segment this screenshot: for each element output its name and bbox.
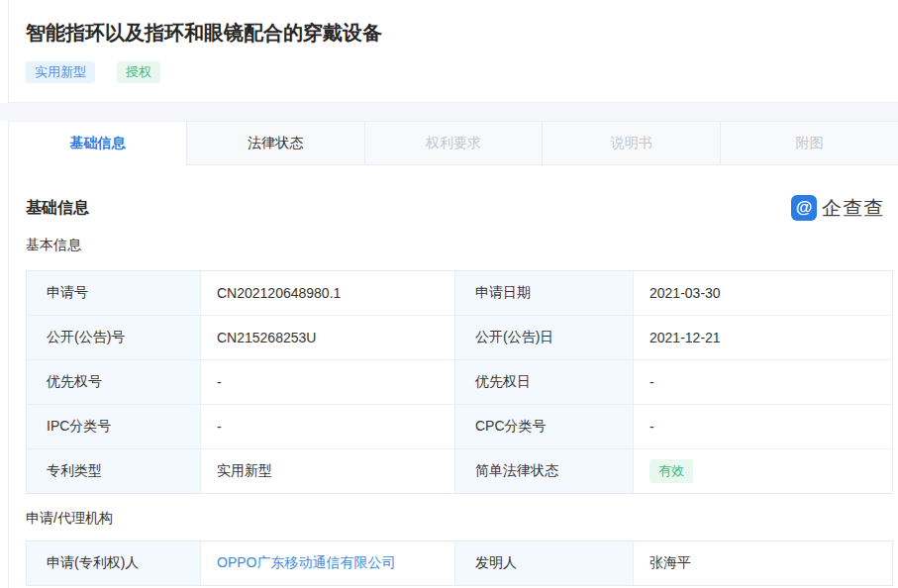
field-label: 公开(公告)日 — [455, 316, 634, 359]
field-label: IPC分类号 — [27, 405, 201, 448]
patent-detail-page: 智能指环以及指环和眼镜配合的穿戴设备 实用新型授权 基础信息法律状态权利要求说明… — [0, 0, 898, 588]
tag-row: 实用新型授权 — [26, 61, 898, 83]
page-title: 智能指环以及指环和眼镜配合的穿戴设备 — [26, 20, 898, 46]
basic-info-panel: 基础信息 @ 企查查 基本信息 申请号CN202120648980.1申请日期2… — [9, 165, 898, 586]
field-label: 申请(专利权)人 — [27, 541, 201, 585]
table-row: IPC分类号-CPC分类号- — [27, 405, 892, 449]
table-row: 公开(公告)号CN215268253U公开(公告)日2021-12-21 — [27, 316, 892, 360]
table-row: 优先权号-优先权日- — [27, 360, 892, 405]
field-value: 实用新型 — [201, 449, 455, 493]
table-row: 申请号CN202120648980.1申请日期2021-03-30 — [27, 271, 892, 316]
field-label: 简单法律状态 — [455, 449, 634, 493]
field-label: 申请日期 — [455, 271, 634, 315]
qichacha-logo-icon: @ — [791, 195, 817, 221]
applicant-heading: 申请/代理机构 — [26, 510, 884, 526]
field-value: 2021-12-21 — [634, 316, 894, 359]
patent-header: 智能指环以及指环和眼镜配合的穿戴设备 实用新型授权 — [8, 0, 898, 103]
field-label: 公开(公告)号 — [27, 316, 201, 359]
tab-bar: 基础信息法律状态权利要求说明书附图 — [9, 121, 898, 165]
tab-claims[interactable]: 权利要求 — [365, 122, 544, 164]
tag-granted: 授权 — [117, 61, 160, 83]
legal-status-badge: 有效 — [649, 459, 693, 483]
field-value: - — [634, 405, 894, 448]
tab-basic-info[interactable]: 基础信息 — [9, 122, 187, 165]
qichacha-brand: @ 企查查 — [791, 195, 884, 222]
table-row: 专利类型实用新型简单法律状态有效 — [27, 449, 892, 493]
field-value: CN215268253U — [201, 316, 455, 359]
field-value: - — [634, 360, 894, 404]
applicant-link[interactable]: OPPO广东移动通信有限公司 — [217, 554, 395, 572]
field-label: 优先权号 — [27, 360, 201, 404]
tab-description[interactable]: 说明书 — [543, 122, 721, 164]
field-value: 2021-03-30 — [634, 271, 894, 315]
field-value: 有效 — [634, 449, 894, 493]
field-value: OPPO广东移动通信有限公司 — [201, 541, 455, 585]
field-value: - — [201, 360, 455, 404]
field-label: 优先权日 — [455, 360, 634, 404]
patent-main-card: 基础信息法律状态权利要求说明书附图 基础信息 @ 企查查 基本信息 申请号CN2… — [8, 121, 898, 588]
field-value: 张海平 — [634, 541, 894, 585]
tag-utility-model: 实用新型 — [26, 61, 95, 83]
section-divider — [0, 103, 898, 121]
basic-info-heading: 基本信息 — [26, 237, 884, 252]
tab-drawings[interactable]: 附图 — [721, 122, 898, 164]
field-value: - — [201, 405, 455, 448]
qichacha-logo-text: 企查查 — [822, 195, 884, 222]
tab-legal-status[interactable]: 法律状态 — [187, 122, 365, 164]
field-label: 申请号 — [27, 271, 201, 315]
basic-info-table: 申请号CN202120648980.1申请日期2021-03-30公开(公告)号… — [26, 270, 893, 494]
section-head: 基础信息 @ 企查查 — [26, 193, 884, 223]
applicant-table: 申请(专利权)人OPPO广东移动通信有限公司发明人张海平 — [26, 540, 893, 586]
section-title: 基础信息 — [26, 198, 89, 219]
field-label: 发明人 — [455, 541, 634, 585]
field-label: 专利类型 — [27, 449, 201, 493]
table-row: 申请(专利权)人OPPO广东移动通信有限公司发明人张海平 — [27, 541, 892, 585]
field-value: CN202120648980.1 — [201, 271, 455, 315]
field-label: CPC分类号 — [455, 405, 634, 448]
